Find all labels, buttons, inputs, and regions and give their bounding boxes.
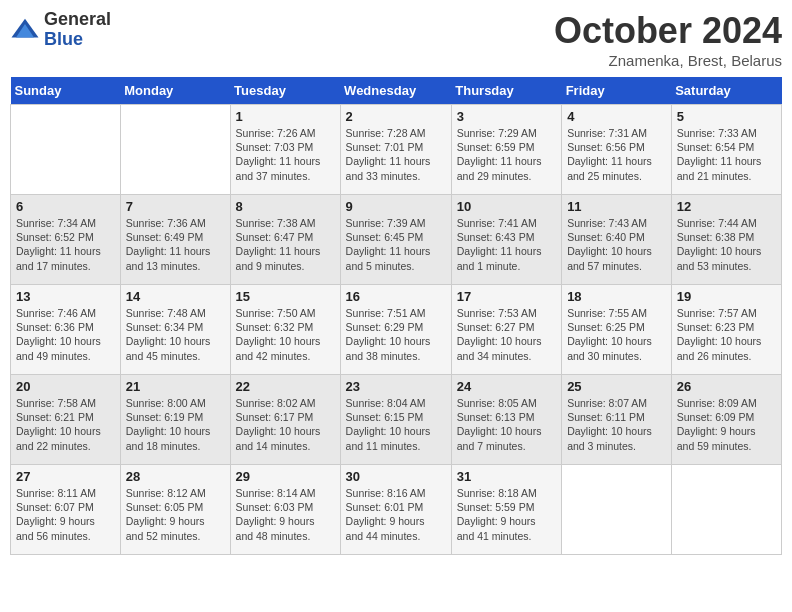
logo-text: General Blue (44, 10, 111, 50)
day-number: 30 (346, 469, 446, 484)
day-number: 3 (457, 109, 556, 124)
day-detail: Sunrise: 7:43 AM Sunset: 6:40 PM Dayligh… (567, 216, 666, 273)
calendar-body: 1Sunrise: 7:26 AM Sunset: 7:03 PM Daylig… (11, 105, 782, 555)
day-number: 29 (236, 469, 335, 484)
calendar-cell: 28Sunrise: 8:12 AM Sunset: 6:05 PM Dayli… (120, 465, 230, 555)
logo-general: General (44, 10, 111, 30)
day-detail: Sunrise: 7:38 AM Sunset: 6:47 PM Dayligh… (236, 216, 335, 273)
day-detail: Sunrise: 8:18 AM Sunset: 5:59 PM Dayligh… (457, 486, 556, 543)
calendar-cell: 20Sunrise: 7:58 AM Sunset: 6:21 PM Dayli… (11, 375, 121, 465)
calendar-cell: 22Sunrise: 8:02 AM Sunset: 6:17 PM Dayli… (230, 375, 340, 465)
calendar-cell: 19Sunrise: 7:57 AM Sunset: 6:23 PM Dayli… (671, 285, 781, 375)
day-number: 7 (126, 199, 225, 214)
calendar-table: SundayMondayTuesdayWednesdayThursdayFrid… (10, 77, 782, 555)
calendar-cell: 27Sunrise: 8:11 AM Sunset: 6:07 PM Dayli… (11, 465, 121, 555)
day-number: 28 (126, 469, 225, 484)
day-number: 24 (457, 379, 556, 394)
day-number: 22 (236, 379, 335, 394)
month-title: October 2024 (554, 10, 782, 52)
day-detail: Sunrise: 7:28 AM Sunset: 7:01 PM Dayligh… (346, 126, 446, 183)
day-detail: Sunrise: 7:34 AM Sunset: 6:52 PM Dayligh… (16, 216, 115, 273)
calendar-cell: 9Sunrise: 7:39 AM Sunset: 6:45 PM Daylig… (340, 195, 451, 285)
day-detail: Sunrise: 8:14 AM Sunset: 6:03 PM Dayligh… (236, 486, 335, 543)
calendar-header-row: SundayMondayTuesdayWednesdayThursdayFrid… (11, 77, 782, 105)
calendar-cell: 31Sunrise: 8:18 AM Sunset: 5:59 PM Dayli… (451, 465, 561, 555)
calendar-cell: 26Sunrise: 8:09 AM Sunset: 6:09 PM Dayli… (671, 375, 781, 465)
calendar-cell (11, 105, 121, 195)
calendar-cell: 24Sunrise: 8:05 AM Sunset: 6:13 PM Dayli… (451, 375, 561, 465)
day-detail: Sunrise: 7:33 AM Sunset: 6:54 PM Dayligh… (677, 126, 776, 183)
day-number: 18 (567, 289, 666, 304)
day-number: 8 (236, 199, 335, 214)
day-detail: Sunrise: 7:57 AM Sunset: 6:23 PM Dayligh… (677, 306, 776, 363)
day-detail: Sunrise: 8:09 AM Sunset: 6:09 PM Dayligh… (677, 396, 776, 453)
calendar-cell (671, 465, 781, 555)
day-header: Thursday (451, 77, 561, 105)
day-number: 31 (457, 469, 556, 484)
calendar-cell: 23Sunrise: 8:04 AM Sunset: 6:15 PM Dayli… (340, 375, 451, 465)
calendar-cell: 14Sunrise: 7:48 AM Sunset: 6:34 PM Dayli… (120, 285, 230, 375)
calendar-cell (562, 465, 672, 555)
day-detail: Sunrise: 7:48 AM Sunset: 6:34 PM Dayligh… (126, 306, 225, 363)
title-area: October 2024 Znamenka, Brest, Belarus (554, 10, 782, 69)
calendar-cell: 13Sunrise: 7:46 AM Sunset: 6:36 PM Dayli… (11, 285, 121, 375)
day-number: 9 (346, 199, 446, 214)
day-detail: Sunrise: 7:39 AM Sunset: 6:45 PM Dayligh… (346, 216, 446, 273)
day-detail: Sunrise: 8:00 AM Sunset: 6:19 PM Dayligh… (126, 396, 225, 453)
calendar-cell: 10Sunrise: 7:41 AM Sunset: 6:43 PM Dayli… (451, 195, 561, 285)
calendar-cell: 5Sunrise: 7:33 AM Sunset: 6:54 PM Daylig… (671, 105, 781, 195)
day-header: Friday (562, 77, 672, 105)
day-number: 19 (677, 289, 776, 304)
calendar-cell: 3Sunrise: 7:29 AM Sunset: 6:59 PM Daylig… (451, 105, 561, 195)
day-detail: Sunrise: 7:41 AM Sunset: 6:43 PM Dayligh… (457, 216, 556, 273)
day-detail: Sunrise: 7:44 AM Sunset: 6:38 PM Dayligh… (677, 216, 776, 273)
day-header: Tuesday (230, 77, 340, 105)
day-number: 12 (677, 199, 776, 214)
day-header: Saturday (671, 77, 781, 105)
day-detail: Sunrise: 8:11 AM Sunset: 6:07 PM Dayligh… (16, 486, 115, 543)
day-detail: Sunrise: 7:31 AM Sunset: 6:56 PM Dayligh… (567, 126, 666, 183)
day-number: 26 (677, 379, 776, 394)
day-number: 1 (236, 109, 335, 124)
calendar-cell: 4Sunrise: 7:31 AM Sunset: 6:56 PM Daylig… (562, 105, 672, 195)
calendar-cell: 8Sunrise: 7:38 AM Sunset: 6:47 PM Daylig… (230, 195, 340, 285)
calendar-week-row: 6Sunrise: 7:34 AM Sunset: 6:52 PM Daylig… (11, 195, 782, 285)
day-detail: Sunrise: 8:16 AM Sunset: 6:01 PM Dayligh… (346, 486, 446, 543)
day-header: Wednesday (340, 77, 451, 105)
calendar-week-row: 27Sunrise: 8:11 AM Sunset: 6:07 PM Dayli… (11, 465, 782, 555)
day-number: 20 (16, 379, 115, 394)
calendar-cell: 2Sunrise: 7:28 AM Sunset: 7:01 PM Daylig… (340, 105, 451, 195)
day-detail: Sunrise: 7:53 AM Sunset: 6:27 PM Dayligh… (457, 306, 556, 363)
calendar-cell (120, 105, 230, 195)
day-detail: Sunrise: 8:04 AM Sunset: 6:15 PM Dayligh… (346, 396, 446, 453)
calendar-cell: 29Sunrise: 8:14 AM Sunset: 6:03 PM Dayli… (230, 465, 340, 555)
day-number: 25 (567, 379, 666, 394)
day-number: 23 (346, 379, 446, 394)
day-detail: Sunrise: 8:05 AM Sunset: 6:13 PM Dayligh… (457, 396, 556, 453)
calendar-week-row: 20Sunrise: 7:58 AM Sunset: 6:21 PM Dayli… (11, 375, 782, 465)
day-detail: Sunrise: 7:58 AM Sunset: 6:21 PM Dayligh… (16, 396, 115, 453)
logo-icon (10, 15, 40, 45)
day-detail: Sunrise: 7:29 AM Sunset: 6:59 PM Dayligh… (457, 126, 556, 183)
day-number: 2 (346, 109, 446, 124)
day-number: 21 (126, 379, 225, 394)
day-number: 27 (16, 469, 115, 484)
calendar-cell: 1Sunrise: 7:26 AM Sunset: 7:03 PM Daylig… (230, 105, 340, 195)
day-number: 5 (677, 109, 776, 124)
calendar-week-row: 1Sunrise: 7:26 AM Sunset: 7:03 PM Daylig… (11, 105, 782, 195)
day-detail: Sunrise: 7:51 AM Sunset: 6:29 PM Dayligh… (346, 306, 446, 363)
calendar-cell: 7Sunrise: 7:36 AM Sunset: 6:49 PM Daylig… (120, 195, 230, 285)
calendar-cell: 12Sunrise: 7:44 AM Sunset: 6:38 PM Dayli… (671, 195, 781, 285)
calendar-cell: 15Sunrise: 7:50 AM Sunset: 6:32 PM Dayli… (230, 285, 340, 375)
calendar-week-row: 13Sunrise: 7:46 AM Sunset: 6:36 PM Dayli… (11, 285, 782, 375)
calendar-cell: 18Sunrise: 7:55 AM Sunset: 6:25 PM Dayli… (562, 285, 672, 375)
day-number: 16 (346, 289, 446, 304)
day-number: 10 (457, 199, 556, 214)
logo-blue: Blue (44, 30, 111, 50)
calendar-cell: 11Sunrise: 7:43 AM Sunset: 6:40 PM Dayli… (562, 195, 672, 285)
day-number: 11 (567, 199, 666, 214)
day-detail: Sunrise: 7:50 AM Sunset: 6:32 PM Dayligh… (236, 306, 335, 363)
calendar-cell: 6Sunrise: 7:34 AM Sunset: 6:52 PM Daylig… (11, 195, 121, 285)
day-header: Monday (120, 77, 230, 105)
day-number: 14 (126, 289, 225, 304)
